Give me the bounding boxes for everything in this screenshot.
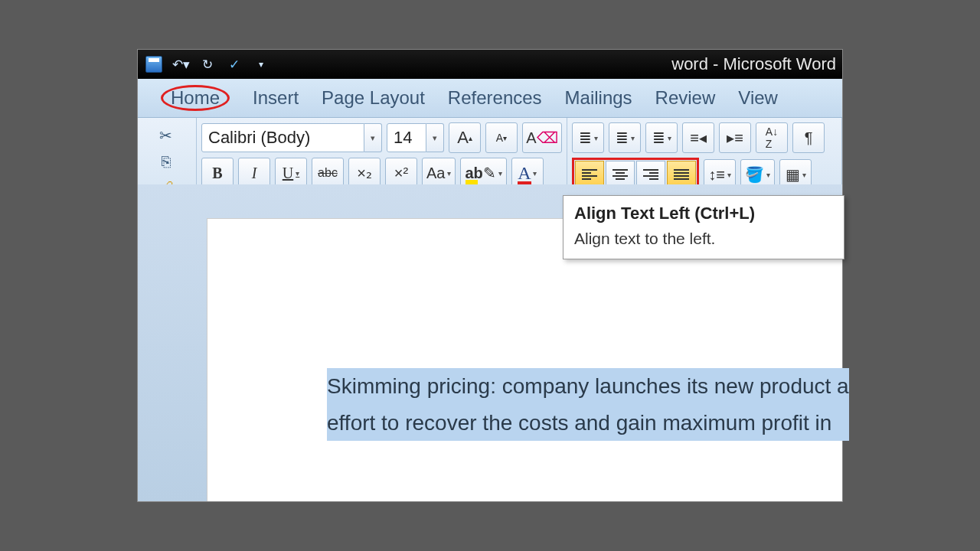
spellcheck-button[interactable]: ✓ <box>224 54 244 74</box>
tab-page-layout[interactable]: Page Layout <box>322 87 425 109</box>
subscript-button[interactable]: ×₂ <box>348 158 381 188</box>
save-button[interactable] <box>144 54 164 74</box>
quick-access-toolbar: ↶▾ ↻ ✓ ▾ <box>144 54 271 74</box>
copy-button[interactable]: ⎘ <box>156 152 176 171</box>
multilevel-list-button[interactable]: ≣ <box>645 122 678 153</box>
ribbon-tabs: Home Insert Page Layout References Maili… <box>138 79 842 118</box>
window-title: word - Microsoft Word <box>671 54 836 74</box>
change-case-button[interactable]: Aa <box>422 158 456 188</box>
increase-indent-button[interactable]: ▸≡ <box>719 122 751 153</box>
undo-button[interactable]: ↶▾ <box>171 54 191 74</box>
highlight-button[interactable]: ab✎ <box>460 158 506 188</box>
bullets-button[interactable]: ≣ <box>572 122 604 153</box>
strikethrough-button[interactable]: abc <box>312 158 344 188</box>
decrease-indent-button[interactable]: ≡◂ <box>682 122 714 153</box>
sort-button[interactable]: A↓Z <box>756 122 788 153</box>
show-marks-button[interactable]: ¶ <box>792 122 825 153</box>
tab-mailings[interactable]: Mailings <box>565 87 632 109</box>
cut-button[interactable]: ✂ <box>156 126 176 145</box>
word-window: ↶▾ ↻ ✓ ▾ word - Microsoft Word Home Inse… <box>138 50 842 501</box>
tab-review[interactable]: Review <box>655 87 716 109</box>
qat-more-button[interactable]: ▾ <box>251 54 271 74</box>
clear-formatting-button[interactable]: A⌫ <box>522 122 562 153</box>
font-color-button[interactable]: A <box>511 158 544 188</box>
titlebar: ↶▾ ↻ ✓ ▾ word - Microsoft Word <box>138 50 842 79</box>
selected-text[interactable]: Skimming pricing: company launches its n… <box>327 368 849 441</box>
tooltip-title: Align Text Left (Ctrl+L) <box>574 204 833 223</box>
redo-button[interactable]: ↻ <box>198 54 217 74</box>
tab-insert[interactable]: Insert <box>253 87 299 109</box>
tab-home[interactable]: Home <box>161 85 230 111</box>
underline-button[interactable]: U <box>275 158 307 188</box>
grow-font-button[interactable]: A▴ <box>449 122 481 153</box>
tooltip: Align Text Left (Ctrl+L) Align text to t… <box>563 195 844 259</box>
tooltip-body: Align text to the left. <box>574 230 833 248</box>
tab-view[interactable]: View <box>738 87 778 109</box>
font-name-combo[interactable]: Calibri (Body)▾ <box>201 123 382 152</box>
italic-button[interactable]: I <box>238 158 270 188</box>
document-page[interactable]: Skimming pricing: company launches its n… <box>207 218 842 501</box>
save-icon <box>145 56 162 73</box>
superscript-button[interactable]: ×² <box>385 158 417 188</box>
numbering-button[interactable]: ≣ <box>609 122 641 153</box>
tab-references[interactable]: References <box>448 87 542 109</box>
bold-button[interactable]: B <box>201 158 234 188</box>
shrink-font-button[interactable]: A▾ <box>485 122 518 153</box>
font-size-combo[interactable]: 14▾ <box>387 123 444 152</box>
